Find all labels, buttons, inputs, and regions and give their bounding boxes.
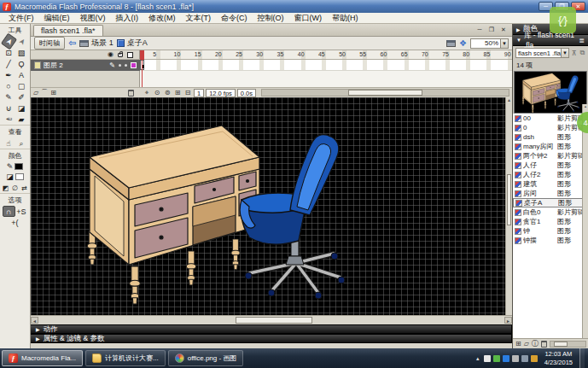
taskbar-button-paint[interactable]: office.png - 画图 bbox=[168, 350, 244, 366]
onion-skin-outlines-button[interactable]: ⊚ bbox=[163, 89, 172, 96]
ink-bottle-tool[interactable]: ⊍ bbox=[3, 102, 15, 114]
library-document-value[interactable]: flash scen1 .fla bbox=[516, 50, 561, 57]
new-symbol-button[interactable]: ⊞ bbox=[515, 340, 521, 348]
show-hide-layers-icon[interactable]: ◉ bbox=[108, 51, 114, 58]
library-horizontal-scrollbar[interactable] bbox=[550, 341, 586, 348]
add-motion-guide-button[interactable]: ⌒ bbox=[41, 88, 48, 97]
tray-action-center-icon[interactable] bbox=[531, 355, 538, 362]
modify-onion-markers-button[interactable]: ⊟ bbox=[183, 89, 192, 96]
taskbar-button-folder[interactable]: 计算机设计大赛... bbox=[85, 350, 166, 366]
menu-item-命令(C)[interactable]: 命令(C) bbox=[216, 13, 253, 24]
menu-item-窗口(W)[interactable]: 窗口(W) bbox=[289, 13, 328, 24]
scene-breadcrumb[interactable]: 场景 1 bbox=[79, 38, 114, 49]
stage-vertical-scrollbar[interactable]: ▲ bbox=[505, 97, 512, 315]
menu-item-文本(T)[interactable]: 文本(T) bbox=[181, 13, 217, 24]
line-tool[interactable]: ╱ bbox=[3, 58, 15, 69]
brush-tool[interactable]: ✐ bbox=[15, 91, 28, 102]
library-vertical-scrollbar[interactable]: ▲ bbox=[582, 104, 588, 338]
playhead[interactable] bbox=[140, 50, 144, 60]
fill-color-control[interactable]: ◪ bbox=[0, 172, 30, 182]
library-panel-menu-icon[interactable]: ≣ bbox=[579, 37, 585, 44]
library-document-select[interactable]: flash scen1 .fla ▼ bbox=[515, 48, 569, 58]
doc-minimize-button[interactable]: ─ bbox=[475, 26, 484, 33]
symbol-label[interactable]: 桌子A bbox=[127, 38, 148, 49]
zoom-tool[interactable]: ⌕ bbox=[15, 137, 28, 149]
library-hscroll-thumb[interactable] bbox=[554, 342, 568, 347]
delete-layer-button[interactable] bbox=[128, 90, 134, 96]
smooth-option[interactable]: +S bbox=[15, 206, 28, 217]
fill-color-swatch[interactable] bbox=[15, 173, 24, 180]
delete-item-button[interactable] bbox=[541, 341, 547, 348]
properties-expand-icon[interactable]: ▶ bbox=[36, 336, 40, 342]
menu-item-视图(V)[interactable]: 视图(V) bbox=[75, 13, 111, 24]
timeline-horizontal-scrollbar[interactable] bbox=[261, 89, 509, 96]
edit-multiple-frames-button[interactable]: ⊞ bbox=[173, 89, 182, 96]
tray-security-icon[interactable] bbox=[493, 355, 500, 362]
doc-close-button[interactable]: ✕ bbox=[499, 26, 508, 33]
stage-horizontal-scrollbar[interactable]: ◄ ► bbox=[31, 315, 512, 324]
scene-label[interactable]: 场景 1 bbox=[91, 38, 114, 49]
lock-layers-icon[interactable] bbox=[118, 53, 123, 57]
menu-item-文件(F)[interactable]: 文件(F) bbox=[3, 13, 39, 24]
library-row-dsh[interactable]: dsh图形 bbox=[513, 132, 583, 142]
layer-name[interactable]: 图层 2 bbox=[44, 61, 63, 70]
onion-skin-button[interactable]: ⊙ bbox=[153, 89, 161, 96]
swap-colors-button[interactable]: ⇄ bbox=[20, 182, 29, 193]
library-collapse-icon[interactable]: ▼ bbox=[516, 38, 521, 43]
scroll-left-arrow[interactable]: ◄ bbox=[31, 317, 38, 324]
zoom-control[interactable]: 50% ▼ bbox=[470, 38, 509, 49]
outline-layers-icon[interactable] bbox=[127, 52, 133, 58]
center-frame-button[interactable]: ⌖ bbox=[143, 89, 151, 97]
edit-scene-button[interactable] bbox=[446, 40, 456, 47]
library-row-两个钟2[interactable]: 两个钟2影片剪辑 bbox=[513, 151, 583, 161]
stage-vscroll-thumb[interactable] bbox=[507, 174, 511, 225]
library-row-桌子A[interactable]: 桌子A图形 bbox=[513, 198, 583, 207]
pin-library-button[interactable]: ⊼ bbox=[571, 50, 577, 57]
pencil-tool[interactable]: ✎ bbox=[3, 91, 15, 102]
library-row-钟摆[interactable]: 钟摆图形 bbox=[513, 236, 583, 245]
library-row-人仔[interactable]: 人仔图形 bbox=[513, 161, 583, 170]
library-select-dropdown-icon[interactable]: ▼ bbox=[561, 49, 568, 57]
properties-button[interactable]: ⓘ bbox=[532, 339, 539, 348]
actions-expand-icon[interactable]: ▶ bbox=[36, 326, 40, 332]
menu-item-编辑(E)[interactable]: 编辑(E) bbox=[39, 13, 75, 24]
symbol-breadcrumb[interactable]: 桌子A bbox=[117, 38, 148, 49]
scroll-right-arrow[interactable]: ► bbox=[504, 317, 512, 324]
add-layer-button[interactable]: ⊞ bbox=[50, 89, 56, 96]
eraser-tool[interactable]: ▰ bbox=[15, 114, 28, 125]
library-row-many房间[interactable]: many房间图形 bbox=[513, 142, 583, 151]
no-color-button[interactable]: ∅ bbox=[11, 182, 20, 193]
frame-rate-indicator[interactable]: 12.0 fps bbox=[206, 89, 236, 97]
library-row-人仔2[interactable]: 人仔2图形 bbox=[513, 170, 583, 179]
hand-tool[interactable]: ☝ bbox=[3, 137, 15, 149]
layer-lock-dot[interactable] bbox=[125, 64, 127, 67]
tray-network-icon[interactable] bbox=[521, 355, 528, 362]
new-folder-button[interactable]: ▱ bbox=[524, 340, 529, 348]
library-row-00[interactable]: 00影片剪辑 bbox=[513, 114, 583, 123]
title-bar[interactable]: ƒ Macromedia Flash Professional 8 - [fla… bbox=[0, 0, 588, 13]
text-tool[interactable]: A bbox=[15, 69, 28, 80]
timeline-frames-area[interactable]: 51015202530354045505560657075808590 ⌖⊙⊚⊞… bbox=[140, 50, 512, 97]
tray-volume-icon[interactable] bbox=[512, 355, 519, 362]
desk-and-chair-drawing[interactable] bbox=[31, 97, 512, 315]
stage-canvas[interactable] bbox=[31, 97, 512, 315]
add-folder-button[interactable]: ▱ bbox=[33, 89, 38, 96]
menu-item-帮助(H)[interactable]: 帮助(H) bbox=[327, 13, 364, 24]
lasso-tool[interactable]: Ϙ bbox=[15, 58, 28, 69]
oval-tool[interactable]: ○ bbox=[3, 80, 15, 91]
color-expand-icon[interactable]: ▶ bbox=[516, 26, 521, 32]
stage-hscroll-thumb[interactable] bbox=[236, 317, 312, 324]
library-row-房间[interactable]: 房间图形 bbox=[513, 189, 583, 198]
library-row-贪官1[interactable]: 贪官1图形 bbox=[513, 217, 583, 226]
back-arrow-button[interactable]: ⇦ bbox=[68, 38, 76, 49]
actions-panel-header[interactable]: ▶ 动作 bbox=[31, 324, 512, 334]
zoom-dropdown-icon[interactable]: ▼ bbox=[500, 39, 508, 48]
doc-restore-button[interactable]: ❐ bbox=[487, 26, 496, 33]
eyedropper-tool[interactable]: ✑ bbox=[3, 114, 15, 125]
library-panel-header[interactable]: ▼ 库 - flash scen1 .fla ≣ bbox=[513, 35, 588, 46]
layer-outline-color-swatch[interactable] bbox=[131, 62, 137, 68]
stroke-color-control[interactable]: ✎ bbox=[0, 161, 30, 172]
library-row-钟[interactable]: 钟图形 bbox=[513, 226, 583, 236]
rectangle-tool[interactable]: ▢ bbox=[15, 80, 28, 91]
edit-symbol-button[interactable]: ❖ bbox=[459, 38, 467, 48]
